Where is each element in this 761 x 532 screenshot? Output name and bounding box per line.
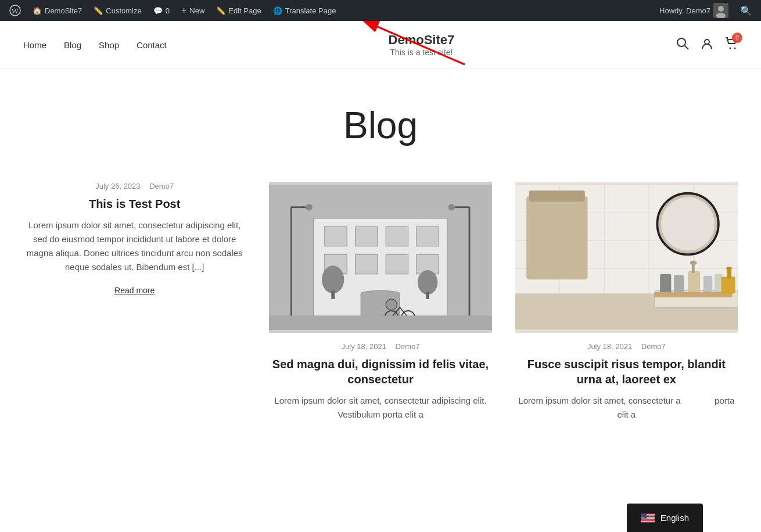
page-title-section: Blog — [0, 69, 761, 170]
svg-point-28 — [448, 204, 455, 210]
header-icons: 0 — [676, 37, 738, 53]
svg-point-36 — [418, 270, 437, 294]
post-meta-1: July 26, 2023 Demo7 — [23, 182, 246, 190]
translate-page-button[interactable]: 🌐 Translate Page — [268, 0, 341, 21]
site-name-button[interactable]: 🏠 DemoSite7 — [28, 0, 87, 21]
post-meta-3: July 18, 2021 Demo7 — [515, 342, 738, 351]
post-thumbnail-2 — [269, 182, 491, 333]
svg-rect-35 — [332, 290, 335, 299]
admin-bar: W 🏠 DemoSite7 ✏️ Customize 💬 0 + New ✏️ … — [0, 0, 761, 21]
svg-point-3 — [718, 6, 724, 12]
nav-shop[interactable]: Shop — [99, 40, 119, 50]
page-title: Blog — [12, 104, 749, 147]
svg-rect-20 — [386, 254, 408, 274]
nav-blog[interactable]: Blog — [64, 40, 81, 50]
post-card-3: July 18, 2021 Demo7 Fusce suscipit risus… — [515, 182, 738, 422]
post-date-2: July 18, 2021 — [342, 342, 386, 351]
svg-line-8 — [685, 45, 689, 49]
svg-rect-62 — [654, 292, 732, 297]
site-header: Home Blog Shop Contact DemoSite7 This is… — [0, 21, 761, 69]
site-title: DemoSite7 — [167, 33, 676, 48]
post-card-2: July 18, 2021 Demo7 Sed magna dui, digni… — [269, 182, 491, 422]
svg-rect-55 — [660, 274, 671, 294]
comments-button[interactable]: 💬 0 — [149, 0, 174, 21]
post-excerpt-1: Lorem ipsum dolor sit amet, consectetur … — [23, 218, 246, 274]
search-icon[interactable] — [676, 37, 689, 53]
svg-point-65 — [726, 267, 732, 270]
post-card-1: July 26, 2023 Demo7 This is Test Post Lo… — [23, 182, 246, 422]
svg-point-25 — [306, 204, 313, 210]
search-admin-button[interactable]: 🔍 — [735, 0, 756, 21]
svg-rect-63 — [721, 277, 735, 294]
post-excerpt-2: Lorem ipsum dolor sit amet, consectetur … — [269, 394, 491, 422]
svg-rect-16 — [386, 227, 408, 246]
post-author-1: Demo7 — [149, 182, 174, 190]
site-tagline: This is a test site! — [167, 48, 676, 57]
svg-rect-39 — [269, 316, 491, 330]
cart-icon[interactable]: 0 — [725, 37, 738, 53]
svg-rect-56 — [674, 275, 684, 294]
post-author-3: Demo7 — [641, 342, 666, 351]
svg-point-10 — [730, 47, 731, 49]
post-excerpt-3: Lorem ipsum dolor sit amet, consectetur … — [515, 394, 738, 422]
svg-point-9 — [705, 39, 709, 44]
site-branding: DemoSite7 This is a test site! — [167, 33, 676, 57]
post-date-3: July 18, 2021 — [587, 342, 632, 351]
svg-rect-51 — [526, 196, 587, 280]
svg-point-50 — [661, 197, 715, 250]
svg-rect-60 — [703, 276, 712, 295]
svg-point-11 — [734, 47, 736, 49]
svg-rect-14 — [325, 227, 347, 246]
svg-rect-15 — [356, 227, 378, 246]
howdy-button[interactable]: Howdy, Demo7 — [655, 0, 733, 21]
svg-rect-37 — [426, 292, 430, 299]
svg-point-34 — [322, 265, 344, 293]
account-icon[interactable] — [701, 37, 713, 53]
admin-bar-right: Howdy, Demo7 🔍 — [655, 0, 756, 21]
cart-count: 0 — [732, 33, 742, 43]
post-readmore-1[interactable]: Read more — [23, 286, 246, 295]
post-thumbnail-3 — [515, 182, 738, 333]
post-title-1: This is Test Post — [23, 196, 246, 211]
svg-rect-57 — [688, 271, 700, 294]
svg-rect-19 — [356, 254, 378, 274]
svg-rect-17 — [417, 227, 439, 246]
svg-point-59 — [690, 261, 697, 265]
post-title-2: Sed magna dui, dignissim id felis vitae,… — [269, 357, 491, 387]
svg-text:W: W — [12, 6, 19, 15]
site-nav: Home Blog Shop Contact — [23, 40, 167, 50]
blog-grid: July 26, 2023 Demo7 This is Test Post Lo… — [0, 170, 761, 456]
svg-rect-52 — [529, 190, 585, 202]
post-meta-2: July 18, 2021 Demo7 — [269, 342, 491, 351]
svg-point-38 — [386, 299, 397, 310]
customize-button[interactable]: ✏️ Customize — [89, 0, 146, 21]
svg-rect-61 — [715, 274, 722, 294]
svg-point-7 — [677, 38, 685, 46]
new-button[interactable]: + New — [177, 0, 209, 21]
post-author-2: Demo7 — [396, 342, 420, 351]
wp-logo-button[interactable]: W — [5, 0, 26, 21]
post-date-1: July 26, 2023 — [95, 182, 140, 190]
nav-home[interactable]: Home — [23, 40, 46, 50]
nav-contact[interactable]: Contact — [137, 40, 167, 50]
post-title-3: Fusce suscipit risus tempor, blandit urn… — [515, 357, 738, 387]
edit-page-button[interactable]: ✏️ Edit Page — [211, 0, 265, 21]
